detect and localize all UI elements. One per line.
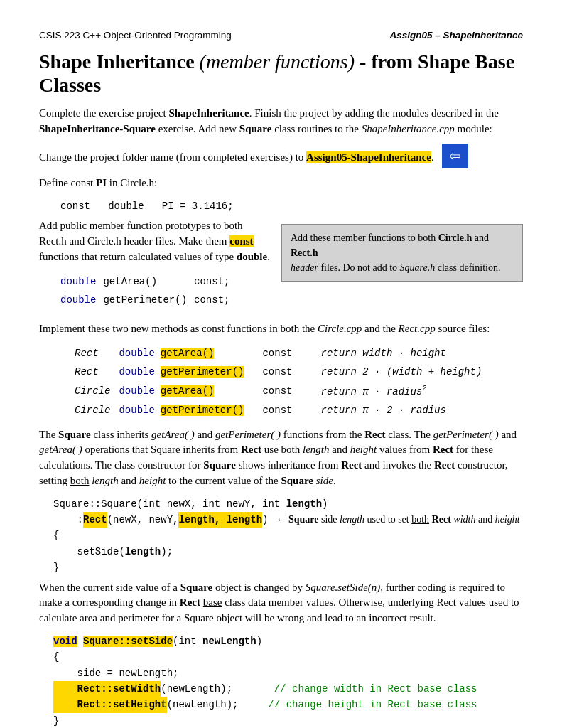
square-bold2: Square: [203, 459, 236, 471]
tooltip-italic: header: [291, 262, 318, 273]
title-italic: (member functions): [200, 50, 355, 73]
member-func-section: Add these member functions to both Circl…: [39, 218, 523, 312]
inherits-underline: inherits: [117, 429, 148, 440]
double-bold: double: [237, 251, 267, 262]
impl-class-2: Rect: [75, 363, 119, 382]
setside-text: When the current side value of a Square …: [39, 580, 523, 626]
rect-bold3: Rect: [433, 444, 453, 455]
rect-bold4: Rect: [341, 459, 362, 471]
impl-type-3: double: [119, 382, 160, 401]
impl-return-3: return π · radius2: [299, 382, 489, 401]
proto-type-1: double: [60, 272, 103, 291]
ctor-after-rect: (newX, newY,: [107, 512, 179, 528]
tooltip-underline: not: [357, 262, 370, 273]
rect-bold2: Rect: [241, 444, 261, 455]
rect-cpp-italic: Rect.cpp: [399, 323, 436, 334]
impl-table: Rect double getArea() const return width…: [75, 344, 489, 420]
setside-line4: Rect::setWidth(newLength); // change wid…: [53, 681, 523, 697]
proto-method-2: getPerimeter(): [103, 291, 194, 310]
ctor-rect-highlight: Rect: [83, 512, 107, 528]
setheight-comment: // change height in Rect base class: [238, 697, 477, 712]
impl-class-1: Rect: [75, 344, 119, 363]
setside-code: void Square::setSide(int newLength) { si…: [53, 633, 523, 728]
height-italic: height: [350, 444, 377, 455]
intro-p1: Complete the exercise project ShapeInher…: [39, 106, 523, 137]
rect-bold6: Rect: [180, 596, 200, 608]
getperim-italic1: getPerimeter( ): [215, 429, 281, 440]
tooltip-italic2: Square.h: [400, 262, 436, 273]
proto-type-2: double: [60, 291, 103, 310]
getarea-italic1: getArea( ): [151, 429, 195, 440]
rect-bold1: Rect: [364, 429, 385, 440]
ctor-line4: setSide(length);: [53, 544, 523, 560]
impl-return-2: return 2 · (width + height): [299, 363, 489, 382]
impl-class-3: Circle: [75, 382, 119, 401]
setside-paren: (int newLength): [173, 636, 262, 647]
setside-line2: {: [53, 649, 523, 665]
folder-line: Change the project folder name (from com…: [39, 144, 523, 168]
proto-const-1: const;: [194, 272, 237, 291]
page-title: Shape Inheritance (member functions) - f…: [39, 50, 523, 97]
both-underline2: both: [70, 475, 90, 486]
impl-const-2: const: [251, 363, 299, 382]
impl-type-1: double: [119, 344, 160, 363]
impl-return-1: return width · height: [299, 344, 489, 363]
impl-row-circle-perim: Circle double getPerimeter() const retur…: [75, 401, 489, 420]
setwidth-comment: // change width in Rect base class: [232, 681, 477, 697]
const-highlight: const: [229, 235, 253, 247]
implement-text: Implement these two new methods as const…: [39, 321, 523, 337]
ctor-colon: :: [53, 512, 83, 528]
arrow-button[interactable]: ⇦: [442, 144, 468, 168]
folder-highlight: Assign05-ShapeInheritance: [306, 151, 431, 163]
setside-italic: Square.setSide(n): [306, 582, 381, 593]
length-italic: length: [303, 444, 330, 455]
pi-code: const double PI = 3.1416;: [60, 198, 523, 214]
tooltip-bold2: Rect.h: [291, 247, 318, 258]
getperim-italic2: getPerimeter( ): [433, 429, 499, 440]
ctor-line1: Square::Square(int newX, int newY, int l…: [53, 496, 523, 512]
impl-row-rect-perim: Rect double getPerimeter() const return …: [75, 363, 489, 382]
intro-bold1: ShapeInheritance: [168, 107, 249, 119]
getarea-italic2: getArea( ): [39, 444, 82, 455]
intro-italic1: ShapeInheritance.cpp: [362, 123, 455, 134]
both-underline: both: [224, 220, 243, 231]
impl-type-4: double: [119, 401, 160, 420]
setside-line5: Rect::setHeight(newLength); // change he…: [53, 697, 523, 712]
changed-underline: changed: [254, 582, 289, 593]
impl-class-4: Circle: [75, 401, 119, 420]
pi-bold: PI: [96, 177, 107, 188]
square-inherits-text: The Square class inherits getArea( ) and…: [39, 427, 523, 489]
setside-bold: Square::setSide: [83, 636, 173, 647]
side-italic: side: [316, 475, 333, 486]
rect-bold5: Rect: [434, 459, 455, 471]
ctor-comment: ← Square side length used to set both Re…: [271, 512, 519, 528]
intro-bold2: ShapeInheritance-Square: [39, 123, 156, 134]
square-bold1: Square: [58, 429, 91, 440]
ctor-len-highlight: length, length: [178, 512, 262, 528]
length-italic2: length: [92, 475, 119, 486]
prototype-row-1: double getArea() const;: [60, 272, 237, 291]
proto-method-1: getArea(): [103, 272, 194, 291]
ctor-line3: {: [53, 528, 523, 543]
impl-row-circle-area: Circle double getArea() const return π ·…: [75, 382, 489, 401]
header-left: CSIS 223 C++ Object-Oriented Programming: [39, 28, 232, 43]
impl-const-4: const: [251, 401, 299, 420]
title-main: Shape Inheritance: [39, 50, 195, 73]
title-rest: - from: [360, 50, 418, 73]
impl-method-2: getPerimeter(): [161, 363, 252, 382]
impl-return-4: return π · 2 · radius: [299, 401, 489, 420]
base-underline: base: [203, 596, 222, 608]
header: CSIS 223 C++ Object-Oriented Programming…: [39, 28, 523, 43]
constructor-code: Square::Square(int newX, int newY, int l…: [53, 496, 523, 576]
proto-const-2: const;: [194, 291, 237, 310]
setwidth-highlight: Rect::setWidth: [53, 681, 161, 697]
ctor-line2: : Rect(newX, newY, length, length) ← Squ…: [53, 512, 523, 528]
impl-const-1: const: [251, 344, 299, 363]
header-right: Assign05 – ShapeInheritance: [389, 28, 523, 43]
setheight-highlight: Rect::setHeight: [53, 697, 167, 712]
prototype-table: double getArea() const; double getPerime…: [60, 272, 237, 310]
intro-bold3: Square: [239, 123, 272, 134]
tooltip-bold1: Circle.h: [438, 232, 472, 243]
square-bold3: Square: [281, 475, 313, 486]
prototype-row-2: double getPerimeter() const;: [60, 291, 237, 310]
